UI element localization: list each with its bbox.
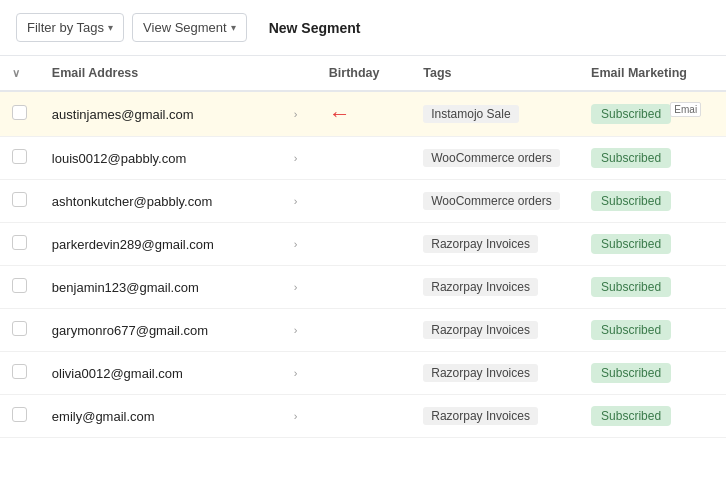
tag-badge: Razorpay Invoices bbox=[423, 278, 538, 296]
row-marketing: Subscribed bbox=[579, 266, 726, 309]
header-email[interactable]: Email Address bbox=[40, 56, 292, 91]
subscribed-badge: Subscribed bbox=[591, 104, 671, 124]
row-marketing: Subscribed bbox=[579, 180, 726, 223]
row-checkbox[interactable] bbox=[12, 407, 27, 422]
row-checkbox-cell bbox=[0, 180, 40, 223]
header-chevron-spacer bbox=[292, 56, 317, 91]
filter-by-tags-button[interactable]: Filter by Tags ▾ bbox=[16, 13, 124, 42]
table-row: ashtonkutcher@pabbly.com›WooCommerce ord… bbox=[0, 180, 726, 223]
row-checkbox[interactable] bbox=[12, 105, 27, 120]
row-checkbox-cell bbox=[0, 91, 40, 137]
header-tags[interactable]: Tags bbox=[411, 56, 579, 91]
row-expand-chevron[interactable]: › bbox=[292, 223, 317, 266]
row-email: emily@gmail.com bbox=[40, 395, 292, 438]
row-tags: WooCommerce orders bbox=[411, 180, 579, 223]
row-tags: Instamojo Sale bbox=[411, 91, 579, 137]
header-marketing[interactable]: Email Marketing bbox=[579, 56, 726, 91]
row-tags: Razorpay Invoices bbox=[411, 352, 579, 395]
row-expand-chevron[interactable]: › bbox=[292, 137, 317, 180]
row-checkbox-cell bbox=[0, 352, 40, 395]
row-email: benjamin123@gmail.com bbox=[40, 266, 292, 309]
sort-icon: ∨ bbox=[12, 67, 20, 80]
row-checkbox[interactable] bbox=[12, 235, 27, 250]
subscribed-badge: Subscribed bbox=[591, 148, 671, 168]
row-birthday bbox=[317, 180, 411, 223]
view-segment-button[interactable]: View Segment ▾ bbox=[132, 13, 247, 42]
contacts-table: ∨ Email Address Birthday Tags Email Mark… bbox=[0, 56, 726, 438]
row-email: olivia0012@gmail.com bbox=[40, 352, 292, 395]
row-expand-chevron[interactable]: › bbox=[292, 91, 317, 137]
row-email: louis0012@pabbly.com bbox=[40, 137, 292, 180]
table-row: garymonro677@gmail.com›Razorpay Invoices… bbox=[0, 309, 726, 352]
row-expand-chevron[interactable]: › bbox=[292, 395, 317, 438]
table-row: parkerdevin289@gmail.com›Razorpay Invoic… bbox=[0, 223, 726, 266]
header-check: ∨ bbox=[0, 56, 40, 91]
filter-by-tags-label: Filter by Tags bbox=[27, 20, 104, 35]
row-birthday bbox=[317, 223, 411, 266]
row-tags: Razorpay Invoices bbox=[411, 395, 579, 438]
new-segment-button[interactable]: New Segment bbox=[255, 14, 375, 42]
table-row: emily@gmail.com›Razorpay InvoicesSubscri… bbox=[0, 395, 726, 438]
row-expand-chevron[interactable]: › bbox=[292, 309, 317, 352]
header-birthday[interactable]: Birthday bbox=[317, 56, 411, 91]
subscribed-badge: Subscribed bbox=[591, 363, 671, 383]
row-marketing: Subscribed bbox=[579, 223, 726, 266]
header-marketing-label: Email Marketing bbox=[591, 66, 687, 80]
row-checkbox[interactable] bbox=[12, 149, 27, 164]
subscribed-badge: Subscribed bbox=[591, 320, 671, 340]
tag-badge: Razorpay Invoices bbox=[423, 321, 538, 339]
tag-badge: WooCommerce orders bbox=[423, 149, 559, 167]
row-tags: Razorpay Invoices bbox=[411, 223, 579, 266]
row-checkbox[interactable] bbox=[12, 321, 27, 336]
row-tags: Razorpay Invoices bbox=[411, 309, 579, 352]
subscribed-badge: Subscribed bbox=[591, 234, 671, 254]
view-chevron-icon: ▾ bbox=[231, 22, 236, 33]
row-expand-chevron[interactable]: › bbox=[292, 180, 317, 223]
row-marketing: SubscribedEmai bbox=[579, 91, 726, 137]
row-expand-chevron[interactable]: › bbox=[292, 352, 317, 395]
table-row: louis0012@pabbly.com›WooCommerce ordersS… bbox=[0, 137, 726, 180]
row-birthday bbox=[317, 137, 411, 180]
row-checkbox-cell bbox=[0, 223, 40, 266]
row-checkbox[interactable] bbox=[12, 192, 27, 207]
table-row: austinjames@gmail.com›←Instamojo SaleSub… bbox=[0, 91, 726, 137]
row-birthday bbox=[317, 266, 411, 309]
row-marketing: Subscribed bbox=[579, 352, 726, 395]
row-birthday bbox=[317, 309, 411, 352]
row-expand-chevron[interactable]: › bbox=[292, 266, 317, 309]
filter-chevron-icon: ▾ bbox=[108, 22, 113, 33]
row-checkbox[interactable] bbox=[12, 364, 27, 379]
row-checkbox[interactable] bbox=[12, 278, 27, 293]
row-marketing: Subscribed bbox=[579, 137, 726, 180]
row-tags: WooCommerce orders bbox=[411, 137, 579, 180]
row-birthday bbox=[317, 395, 411, 438]
annotation-arrow: ← bbox=[329, 103, 351, 125]
table-row: olivia0012@gmail.com›Razorpay InvoicesSu… bbox=[0, 352, 726, 395]
header-tags-label: Tags bbox=[423, 66, 451, 80]
row-email: ashtonkutcher@pabbly.com bbox=[40, 180, 292, 223]
subscribed-badge: Subscribed bbox=[591, 191, 671, 211]
row-checkbox-cell bbox=[0, 395, 40, 438]
row-checkbox-cell bbox=[0, 309, 40, 352]
table-container: ∨ Email Address Birthday Tags Email Mark… bbox=[0, 56, 726, 500]
row-checkbox-cell bbox=[0, 266, 40, 309]
table-body: austinjames@gmail.com›←Instamojo SaleSub… bbox=[0, 91, 726, 438]
row-tags: Razorpay Invoices bbox=[411, 266, 579, 309]
row-birthday: ← bbox=[317, 91, 411, 137]
tag-badge: Razorpay Invoices bbox=[423, 364, 538, 382]
row-email: austinjames@gmail.com bbox=[40, 91, 292, 137]
subscribed-badge: Subscribed bbox=[591, 406, 671, 426]
tag-badge: Instamojo Sale bbox=[423, 105, 518, 123]
toolbar: Filter by Tags ▾ View Segment ▾ New Segm… bbox=[0, 0, 726, 56]
view-segment-label: View Segment bbox=[143, 20, 227, 35]
tag-badge: Razorpay Invoices bbox=[423, 235, 538, 253]
tag-badge: WooCommerce orders bbox=[423, 192, 559, 210]
header-email-label: Email Address bbox=[52, 66, 138, 80]
row-email: parkerdevin289@gmail.com bbox=[40, 223, 292, 266]
tag-badge: Razorpay Invoices bbox=[423, 407, 538, 425]
email-tooltip: Emai bbox=[670, 102, 701, 117]
table-header-row: ∨ Email Address Birthday Tags Email Mark… bbox=[0, 56, 726, 91]
row-email: garymonro677@gmail.com bbox=[40, 309, 292, 352]
new-segment-label: New Segment bbox=[269, 20, 361, 36]
table-row: benjamin123@gmail.com›Razorpay InvoicesS… bbox=[0, 266, 726, 309]
